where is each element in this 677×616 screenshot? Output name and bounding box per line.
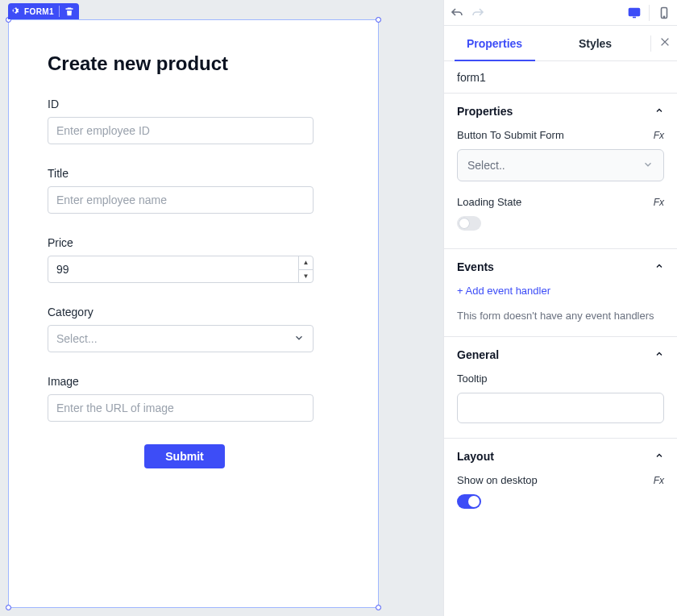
select-button-to-submit-placeholder: Select.. (467, 159, 505, 172)
tab-styles[interactable]: Styles (545, 26, 646, 60)
label-title: Title (48, 167, 339, 180)
select-category[interactable]: Select... (48, 325, 314, 352)
tabs-divider (650, 35, 651, 52)
label-price: Price (48, 236, 339, 249)
price-step-up[interactable]: ▲ (299, 256, 313, 269)
inspector-tabs: Properties Styles (444, 26, 677, 61)
chevron-down-icon (642, 159, 654, 173)
input-price-value: 99 (56, 263, 69, 276)
section-events: Events + Add event handler This form doe… (444, 249, 677, 337)
form-scroll[interactable]: Create new product ID Enter employee ID … (9, 20, 378, 607)
section-title-events: Events (457, 260, 494, 273)
input-image-placeholder: Enter the URL of image (56, 402, 174, 414)
chip-divider (59, 6, 60, 17)
toolbar-divider (649, 5, 650, 21)
input-price[interactable]: 99 ▲ ▼ (48, 256, 314, 283)
trash-icon[interactable] (64, 6, 74, 16)
events-empty-note: This form doesn't have any event handler… (457, 310, 664, 322)
tab-properties[interactable]: Properties (444, 26, 545, 60)
tooltip-input[interactable] (457, 393, 664, 423)
chevron-up-icon[interactable] (654, 261, 664, 273)
canvas: FORM1 Create new product ID Enter employ… (0, 0, 443, 616)
select-category-placeholder: Select... (56, 332, 98, 345)
fx-button[interactable]: Fx (654, 130, 664, 141)
section-title-layout: Layout (457, 450, 494, 463)
input-id[interactable]: Enter employee ID (48, 117, 314, 144)
close-icon[interactable] (656, 36, 671, 50)
inspector-panel: Properties Styles form1 Properties Butto… (443, 0, 677, 616)
submit-button[interactable]: Submit (144, 444, 225, 468)
redo-icon[interactable] (471, 6, 484, 19)
svg-point-2 (663, 16, 664, 17)
form-component[interactable]: Create new product ID Enter employee ID … (8, 19, 379, 608)
select-button-to-submit[interactable]: Select.. (457, 149, 664, 181)
add-event-handler-link[interactable]: + Add event handler (457, 285, 664, 297)
input-title-placeholder: Enter employee name (56, 194, 167, 206)
inspector-scroll[interactable]: Properties Button To Submit Form Fx Sele… (444, 94, 677, 616)
prop-label-show-desktop: Show on desktop (457, 474, 538, 486)
undo-icon[interactable] (451, 6, 463, 19)
prop-label-loading-state: Loading State (457, 196, 521, 208)
chevron-up-icon[interactable] (654, 349, 664, 361)
input-id-placeholder: Enter employee ID (56, 124, 150, 137)
form-heading: Create new product (48, 52, 339, 75)
chevron-up-icon[interactable] (654, 451, 664, 463)
mobile-icon[interactable] (658, 6, 671, 19)
inspector-toolbar (444, 0, 677, 26)
input-title[interactable]: Enter employee name (48, 186, 314, 214)
section-title-general: General (457, 348, 499, 361)
chevron-up-icon[interactable] (654, 106, 664, 118)
gear-icon[interactable] (11, 6, 21, 16)
label-id: ID (48, 98, 339, 110)
prop-label-tooltip: Tooltip (457, 373, 488, 385)
chevron-down-icon (293, 332, 305, 346)
section-title-properties: Properties (457, 105, 513, 118)
section-general: General Tooltip (444, 337, 677, 439)
desktop-icon[interactable] (628, 6, 641, 19)
component-chip-label: FORM1 (24, 7, 54, 16)
fx-button[interactable]: Fx (654, 475, 664, 486)
section-properties: Properties Button To Submit Form Fx Sele… (444, 94, 677, 249)
svg-rect-0 (629, 8, 640, 15)
fx-button[interactable]: Fx (654, 197, 664, 208)
price-step-down[interactable]: ▼ (299, 269, 313, 283)
section-layout: Layout Show on desktop Fx (444, 439, 677, 536)
label-image: Image (48, 375, 339, 388)
label-category: Category (48, 306, 339, 318)
input-image[interactable]: Enter the URL of image (48, 394, 314, 422)
prop-label-button-submit: Button To Submit Form (457, 129, 564, 141)
component-name[interactable]: form1 (444, 61, 677, 94)
component-chip[interactable]: FORM1 (8, 3, 79, 19)
toggle-show-desktop[interactable] (457, 494, 481, 509)
toggle-loading-state[interactable] (457, 216, 481, 231)
